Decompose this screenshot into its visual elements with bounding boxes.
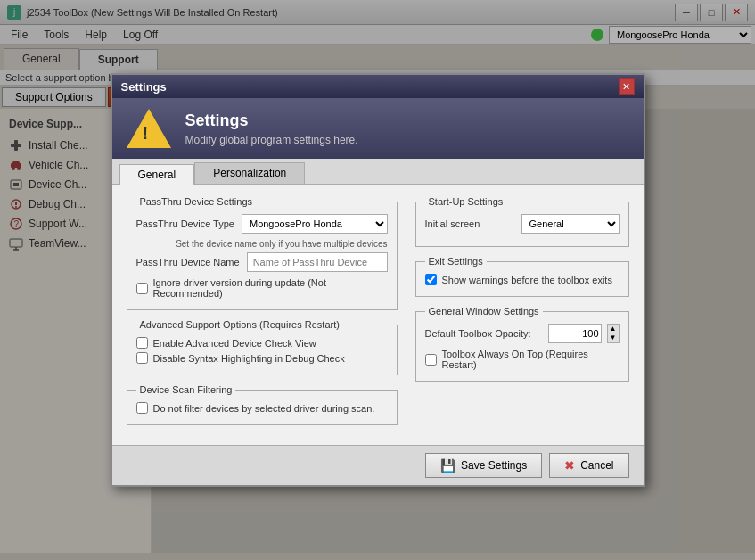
initial-screen-select[interactable]: General Support Tools: [521, 214, 620, 234]
device-name-input[interactable]: [247, 252, 388, 272]
device-type-select[interactable]: MongoosePro Honda: [242, 214, 388, 234]
startup-legend: Start-Up Settings: [425, 196, 507, 207]
cancel-button[interactable]: ✖ Cancel: [549, 453, 628, 478]
always-on-top-checkbox[interactable]: [425, 354, 437, 366]
disable-syntax-row: Disable Syntax Highlighting in Debug Che…: [136, 352, 388, 364]
initial-screen-label: Initial screen: [425, 218, 514, 229]
modal-title: Settings: [121, 80, 167, 94]
cancel-label: Cancel: [580, 459, 613, 472]
device-type-label: PassThru Device Type: [136, 218, 234, 229]
advanced-fieldset: Advanced Support Options (Requires Resta…: [127, 319, 398, 375]
enable-advanced-checkbox[interactable]: [136, 337, 148, 349]
no-filter-label: Do not filter devices by selected driver…: [153, 403, 375, 414]
opacity-row: Default Toolbox Opacity: ▲ ▼: [425, 324, 620, 343]
initial-screen-row: Initial screen General Support Tools: [425, 214, 620, 234]
no-filter-row: Do not filter devices by selected driver…: [136, 402, 388, 414]
opacity-label: Default Toolbox Opacity:: [425, 328, 543, 339]
enable-advanced-row: Enable Advanced Device Check View: [136, 337, 388, 349]
device-scan-fieldset: Device Scan Filtering Do not filter devi…: [127, 384, 398, 425]
settings-right: Start-Up Settings Initial screen General…: [415, 196, 629, 434]
window-settings-legend: General Window Settings: [425, 306, 543, 317]
passthru-fieldset: PassThru Device Settings PassThru Device…: [127, 196, 398, 310]
device-name-hint: Set the device name only if you have mul…: [136, 239, 388, 249]
modal-body: PassThru Device Settings PassThru Device…: [112, 185, 644, 445]
passthru-legend: PassThru Device Settings: [136, 196, 257, 207]
modal-header-subtitle: Modify global program settings here.: [185, 134, 358, 146]
opacity-input[interactable]: [548, 324, 602, 343]
modal-tab-personalization[interactable]: Personalization: [194, 162, 305, 184]
startup-fieldset: Start-Up Settings Initial screen General…: [415, 196, 629, 247]
modal-close-button[interactable]: ✕: [619, 78, 635, 95]
save-icon: 💾: [440, 458, 455, 473]
show-warnings-row: Show warnings before the toolbox exits: [425, 274, 620, 285]
window-settings-fieldset: General Window Settings Default Toolbox …: [415, 306, 629, 382]
modal-header-text: Settings Modify global program settings …: [185, 111, 358, 146]
opacity-up-arrow[interactable]: ▲: [608, 325, 619, 334]
modal-header-title: Settings: [185, 111, 358, 130]
ignore-driver-label: Ignore driver version during update (Not…: [153, 277, 388, 299]
enable-advanced-label: Enable Advanced Device Check View: [153, 338, 316, 349]
ignore-driver-checkbox[interactable]: [136, 283, 148, 294]
settings-modal: Settings ✕ Settings Modify global progra…: [111, 73, 645, 487]
always-on-top-label: Toolbox Always On Top (Requires Restart): [442, 349, 620, 370]
disable-syntax-label: Disable Syntax Highlighting in Debug Che…: [153, 353, 345, 364]
save-settings-label: Save Settings: [461, 459, 527, 472]
ignore-driver-row: Ignore driver version during update (Not…: [136, 277, 388, 299]
modal-footer: 💾 Save Settings ✖ Cancel: [112, 445, 644, 485]
device-type-row: PassThru Device Type MongoosePro Honda: [136, 214, 388, 234]
no-filter-checkbox[interactable]: [136, 402, 148, 414]
warning-icon: [127, 109, 171, 148]
show-warnings-checkbox[interactable]: [425, 274, 437, 285]
settings-left: PassThru Device Settings PassThru Device…: [127, 196, 398, 434]
disable-syntax-checkbox[interactable]: [136, 352, 148, 364]
opacity-spinbox-arrows: ▲ ▼: [607, 324, 620, 343]
opacity-down-arrow[interactable]: ▼: [608, 334, 619, 342]
always-on-top-row: Toolbox Always On Top (Requires Restart): [425, 349, 620, 370]
device-scan-legend: Device Scan Filtering: [136, 384, 236, 395]
modal-overlay: Settings ✕ Settings Modify global progra…: [0, 0, 755, 560]
modal-tabs: General Personalization: [112, 159, 644, 185]
settings-row: PassThru Device Settings PassThru Device…: [127, 196, 629, 434]
exit-legend: Exit Settings: [425, 256, 487, 267]
cancel-icon: ✖: [564, 458, 575, 473]
save-settings-button[interactable]: 💾 Save Settings: [425, 453, 542, 478]
show-warnings-label: Show warnings before the toolbox exits: [442, 275, 612, 285]
modal-titlebar: Settings ✕: [112, 75, 644, 98]
device-name-label: PassThru Device Name: [136, 257, 240, 268]
device-name-row: PassThru Device Name: [136, 252, 388, 272]
modal-tab-general[interactable]: General: [119, 164, 195, 185]
exit-fieldset: Exit Settings Show warnings before the t…: [415, 256, 629, 297]
advanced-legend: Advanced Support Options (Requires Resta…: [136, 319, 343, 330]
modal-header: Settings Modify global program settings …: [112, 98, 644, 159]
